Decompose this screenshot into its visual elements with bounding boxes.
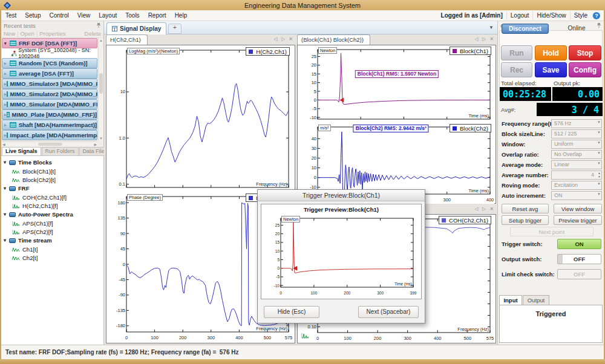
menu-view[interactable]: View xyxy=(73,11,95,20)
window-footer xyxy=(0,359,605,364)
chart-frf-magnitude[interactable]: 0.11.010Frequency (Hz) LogMag (m/s²)/(Ne… xyxy=(108,47,293,192)
test-system-item[interactable]: System (SYS_1002048) - SN: 1002048 xyxy=(2,48,97,58)
tree-item-aps-ch2[interactable]: APS(Ch2)[f] xyxy=(4,227,103,236)
pane2-header: (Block(Ch1) Block(Ch2)) ◁ ▷ ✕ xyxy=(297,34,496,45)
frequency-range-select[interactable]: 576 Hz▼ xyxy=(551,119,602,128)
tab-signal-display[interactable]: Signal Display xyxy=(106,22,166,34)
new-tab-button[interactable]: + xyxy=(168,24,182,34)
setup-trigger-button[interactable]: Setup trigger xyxy=(502,215,549,225)
next-point-button[interactable]: Next point xyxy=(510,227,594,236)
output-switch[interactable]: OFF xyxy=(557,254,601,264)
window-title: Engineering Data Management System xyxy=(0,2,605,9)
pin-icon[interactable] xyxy=(96,23,101,28)
test-item-random[interactable]: ▸Random [VCS (Random)] xyxy=(2,58,97,68)
param-overlap-label: Overlap ratio: xyxy=(502,151,539,158)
save-button[interactable]: Save xyxy=(535,62,567,77)
vertical-scrollbar[interactable]: ▲▼ xyxy=(98,38,103,141)
delete-test-button[interactable]: Delete xyxy=(85,30,101,37)
tree-item-coh[interactable]: COH(Ch2,Ch1)[f] xyxy=(4,193,103,201)
properties-button[interactable]: Properties xyxy=(39,30,65,37)
expander-icon[interactable]: ▾ xyxy=(4,41,10,46)
hide-show-button[interactable]: Hide/Show xyxy=(532,11,569,20)
expander-icon: ▾ xyxy=(4,212,9,217)
svg-text:500: 500 xyxy=(464,336,472,341)
pane2-tab[interactable]: (Block(Ch1) Block(Ch2)) xyxy=(297,34,370,45)
test-item-mimo-simulator[interactable]: ▸MIMO_Simulator [MDA(MIMO_FRF)] xyxy=(2,99,97,109)
svg-text:180: 180 xyxy=(117,200,125,206)
tree-group-aps[interactable]: ▾Auto-Power Spectra xyxy=(4,210,103,219)
config-button[interactable]: Config xyxy=(569,62,601,77)
chevron-down-icon[interactable]: ▼ xyxy=(489,25,494,30)
roving-mode-select[interactable]: Excitation▼ xyxy=(551,181,602,190)
hide-button[interactable]: Hide (Esc) xyxy=(264,306,319,318)
menu-tools[interactable]: Tools xyxy=(121,11,143,20)
window-select[interactable]: Uniform▼ xyxy=(551,140,602,149)
param-window-label: Window: xyxy=(502,141,525,148)
test-item-mimo-plate[interactable]: ▸MIMO_Plate [MDA(MIMO_FRF)] xyxy=(2,109,97,120)
trigger-switch[interactable]: ON xyxy=(557,239,601,249)
rec-button[interactable]: Rec xyxy=(501,62,532,77)
preview-trigger-button[interactable]: Preview trigger xyxy=(554,215,602,225)
hold-button[interactable]: Hold xyxy=(535,45,567,60)
svg-text:400: 400 xyxy=(486,197,494,203)
average-mode-select[interactable]: Linear▼ xyxy=(551,160,602,169)
test-item-impact-plate[interactable]: ▸Impact_plate [MDA(HammerImpact)] xyxy=(2,130,97,140)
pane1-tab[interactable]: H(Ch2,Ch1) xyxy=(106,34,148,45)
tree-item-h-ch2ch1[interactable]: H(Ch2,Ch1)[f] xyxy=(4,201,103,210)
overlap-ratio-select[interactable]: No Overlap▼ xyxy=(551,150,602,159)
run-button[interactable]: Run xyxy=(501,45,532,60)
signal-group-icon xyxy=(9,212,16,217)
test-icon xyxy=(10,122,16,128)
tab-live-signals[interactable]: Live Signals xyxy=(2,147,41,155)
open-test-button[interactable]: Open xyxy=(20,30,34,37)
chart-trigger-preview[interactable]: 01002003003992520151050-5-10Time (ms) Ne… xyxy=(266,215,417,297)
test-item-average[interactable]: ▸average [DSA (FFT)] xyxy=(2,68,97,79)
dialog-title-bar[interactable]: Trigger Preview:Block(Ch1) xyxy=(258,190,425,201)
pane-controls[interactable]: ◁ ▷ ✕ xyxy=(475,36,495,42)
menu-test[interactable]: Test xyxy=(1,11,21,20)
tab-output[interactable]: Output xyxy=(523,295,549,305)
auto-increment-select[interactable]: ON▼ xyxy=(551,191,602,200)
stop-button[interactable]: Stop xyxy=(569,45,601,60)
test-item-mimo-simulator3[interactable]: ▸MIMO_Simulator3 [MDA(MIMO_FRF)] xyxy=(2,79,97,89)
menu-layout[interactable]: Layout xyxy=(94,11,121,20)
chart-block-ch1[interactable]: 2520151050-5-10Time (ms) Newton Block(Ch… xyxy=(299,46,494,123)
new-test-button[interactable]: New xyxy=(4,30,15,37)
tab-run-folders[interactable]: Run Folders xyxy=(42,147,79,155)
test-item-shaft[interactable]: ▸Shaft [MDA(HammerImpact)] xyxy=(2,120,97,130)
block-size-select[interactable]: 512 / 225▼ xyxy=(551,129,602,138)
tree-group-time-stream[interactable]: ▾Time stream xyxy=(4,236,103,245)
tree-item-ch2[interactable]: Ch2[t] xyxy=(4,253,103,262)
title-bar: Engineering Data Management System xyxy=(0,0,605,10)
next-button[interactable]: Next (Spacebar) xyxy=(358,306,419,318)
menu-report[interactable]: Report xyxy=(144,11,171,20)
tree-item-aps-ch1[interactable]: APS(Ch1)[f] xyxy=(4,219,103,227)
disconnect-button[interactable]: Disconnect xyxy=(502,24,549,34)
style-button[interactable]: Style xyxy=(570,11,591,20)
expander-icon: ▾ xyxy=(4,160,9,165)
horizontal-scrollbar[interactable]: ◀▶ xyxy=(2,141,97,146)
tab-input[interactable]: Input xyxy=(499,295,522,305)
menu-help[interactable]: Help xyxy=(171,11,192,20)
average-number-stepper[interactable]: 4▲▼ xyxy=(551,171,602,180)
menu-setup[interactable]: Setup xyxy=(21,11,45,20)
signal-group-icon xyxy=(9,160,16,165)
help-icon[interactable]: ? xyxy=(592,12,600,19)
limit-check-switch[interactable]: OFF xyxy=(557,269,601,279)
workspace-tab-bar: Signal Display + ▼ xyxy=(104,21,497,34)
view-window-button[interactable]: View window xyxy=(554,204,602,213)
pane-controls[interactable]: ◁ ▷ ✕ xyxy=(475,206,495,212)
chevron-down-icon: ▼ xyxy=(597,131,601,134)
tree-group-frf[interactable]: ▾FRF xyxy=(4,184,103,193)
test-item-mimo-simulator2[interactable]: ▸MIMO_Simulator2 [MDA(MIMO_FRF)] xyxy=(2,89,97,99)
tree-item-block-ch2[interactable]: Block(Ch2)[t] xyxy=(4,175,103,184)
reset-avg-button[interactable]: Reset avg xyxy=(502,204,549,213)
tree-item-block-ch1[interactable]: Block(Ch1)[t] xyxy=(4,167,103,175)
logout-button[interactable]: Logout xyxy=(506,11,533,20)
menu-control[interactable]: Control xyxy=(45,11,73,20)
svg-text:0: 0 xyxy=(123,262,125,267)
series-color-swatch xyxy=(249,196,253,200)
pane-controls[interactable]: ◁ ▷ ✕ xyxy=(274,36,294,42)
tree-item-ch1[interactable]: Ch1[t] xyxy=(4,245,103,253)
tree-group-time-blocks[interactable]: ▾Time Blocks xyxy=(4,158,103,167)
